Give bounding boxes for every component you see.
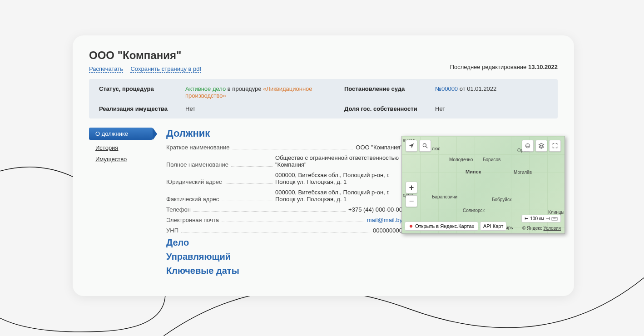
row-full-name: Полное наименование Общество с ограничен… xyxy=(166,154,402,168)
status-panel: Статус, процедура Активное дело в процед… xyxy=(89,79,558,119)
map-city-bobruisk: Бобруйск xyxy=(492,197,511,202)
map-fullscreen-button[interactable] xyxy=(549,140,561,152)
share-label: Доля гос. собственности xyxy=(344,105,431,112)
row-unp: УНП 000000000 xyxy=(166,227,402,234)
map-terms-link[interactable]: Условия xyxy=(543,226,561,231)
section-case-title[interactable]: Дело xyxy=(166,237,558,248)
court-label: Постановление суда xyxy=(344,85,431,99)
map-city-minsk: Минск xyxy=(466,169,481,174)
map-city-soligorsk: Солигорск xyxy=(463,208,485,213)
map-search-button[interactable] xyxy=(419,140,431,152)
save-pdf-link[interactable]: Сохранить страницу в pdf xyxy=(130,65,201,73)
svg-point-2 xyxy=(525,143,530,148)
search-icon xyxy=(422,143,428,149)
map-api-link[interactable]: API Карт xyxy=(480,222,506,231)
court-value: №00000 от 01.01.2022 xyxy=(435,85,526,99)
svg-point-0 xyxy=(423,143,426,147)
content-area: Должник Краткое наименование ООО "Компан… xyxy=(166,128,558,276)
court-number-link[interactable]: №00000 xyxy=(435,85,458,92)
svg-line-1 xyxy=(426,147,428,148)
map-copyright: © Яндекс Условия xyxy=(522,226,561,231)
realization-label: Реализация имущества xyxy=(99,105,181,112)
tab-history[interactable]: История xyxy=(89,144,166,151)
row-actual-address: Фактический адрес 000000, Витебская обл.… xyxy=(166,189,402,203)
map-open-yandex-button[interactable]: Открыть в Яндекс.Картах xyxy=(405,222,478,231)
location-arrow-icon xyxy=(408,143,415,149)
row-short-name: Краткое наименование ООО "Компания" xyxy=(166,144,402,151)
tab-property[interactable]: Имущество xyxy=(89,156,166,163)
map-city-olyus: люс xyxy=(432,146,440,151)
print-link[interactable]: Распечатать xyxy=(89,65,123,73)
section-key-dates-title[interactable]: Ключевые даты xyxy=(166,266,558,276)
map-city-baranovichi: Барановичи xyxy=(432,194,457,199)
map-widget[interactable]: аунас люс Молодечно Борисов Минск Могилё… xyxy=(401,136,565,234)
row-email: Электронная почта mail@mail.by xyxy=(166,217,402,223)
realization-value: Нет xyxy=(185,105,340,112)
share-value: Нет xyxy=(435,105,526,112)
sidebar: О должнике История Имущество xyxy=(89,128,166,276)
svg-point-3 xyxy=(525,145,530,147)
email-link[interactable]: mail@mail.by xyxy=(367,217,402,223)
status-label: Статус, процедура xyxy=(99,85,181,99)
map-traffic-button[interactable] xyxy=(522,140,534,152)
map-city-mogilev: Могилёв xyxy=(514,170,532,175)
last-edit: Последнее редактирование 13.10.2022 xyxy=(450,64,558,70)
ruler-icon xyxy=(551,217,558,221)
section-manager-title[interactable]: Управляющий xyxy=(166,252,558,262)
map-zoom-out-button[interactable]: − xyxy=(406,195,417,207)
map-layers-button[interactable] xyxy=(535,140,547,152)
fullscreen-icon xyxy=(552,143,558,149)
map-scale: ⊢100 км⊣ xyxy=(521,215,561,222)
layers-icon xyxy=(538,143,545,149)
map-locate-button[interactable] xyxy=(406,140,417,152)
map-city-borisov: Борисов xyxy=(483,157,500,162)
row-phone: Телефон +375 (44) 000-00-00 xyxy=(166,206,402,213)
row-legal-address: Юридический адрес 000000, Витебская обл.… xyxy=(166,172,402,185)
page-title: ООО "Компания" xyxy=(89,49,207,62)
debtor-card: ООО "Компания" Распечатать Сохранить стр… xyxy=(73,35,574,296)
status-value: Активное дело в процедуре «Ликвидационно… xyxy=(185,85,340,99)
map-pin-icon xyxy=(408,223,414,229)
tab-about-debtor[interactable]: О должнике xyxy=(89,128,153,140)
map-city-molodechno: Молодечно xyxy=(449,157,473,162)
globe-icon xyxy=(525,143,531,149)
map-zoom-in-button[interactable]: + xyxy=(406,182,417,193)
map-city-klintsy: Клинцы xyxy=(548,210,565,215)
